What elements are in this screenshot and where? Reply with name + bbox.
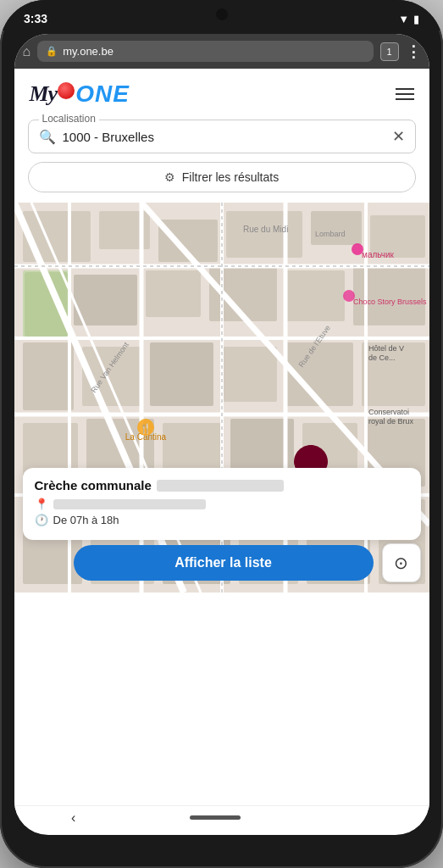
browser-tab-button[interactable]: 1: [380, 42, 399, 61]
browser-back-button[interactable]: ‹: [71, 810, 75, 826]
search-clear-button[interactable]: ✕: [392, 127, 405, 146]
logo-dot: [58, 82, 75, 99]
hamburger-line: [396, 98, 414, 100]
svg-text:Hôtel de V: Hôtel de V: [368, 344, 404, 353]
status-bar: 3:33 ▼ ▮: [0, 0, 443, 31]
logo-my-text: My: [30, 81, 58, 107]
info-card-address-blurred: [53, 499, 206, 509]
status-icons: ▼ ▮: [398, 13, 419, 25]
phone-screen: ⌂ 🔒 my.one.be 1 ⋮ My ONE: [14, 34, 429, 835]
filter-label: Filtrer les résultats: [182, 170, 279, 184]
search-icon: 🔍: [39, 129, 56, 145]
svg-rect-15: [150, 342, 213, 406]
svg-text:royal de Brux: royal de Brux: [368, 417, 414, 426]
info-card-title: Crèche communale: [35, 478, 409, 492]
svg-rect-5: [311, 211, 362, 245]
location-pin-icon: 📍: [35, 498, 48, 510]
tab-count: 1: [386, 47, 391, 57]
info-card-title-text: Crèche communale: [35, 478, 152, 492]
filter-section: ⚙ Filtrer les résultats: [14, 162, 429, 203]
svg-text:мальчик: мальчик: [362, 250, 395, 259]
info-card-hours-row: 🕐 De 07h à 18h: [35, 514, 409, 526]
hamburger-line: [396, 93, 414, 95]
search-section: Localisation 🔍 1000 - Bruxelles ✕: [14, 116, 429, 162]
svg-rect-1: [23, 211, 91, 262]
hamburger-line: [396, 88, 414, 90]
browser-home-button[interactable]: ⌂: [23, 44, 31, 59]
browser-more-button[interactable]: ⋮: [406, 42, 421, 61]
hamburger-menu-button[interactable]: [396, 88, 414, 100]
browser-chrome: ⌂ 🔒 my.one.be 1 ⋮: [14, 34, 429, 69]
map-bottom-controls: Afficher la liste ⊙: [23, 543, 421, 582]
svg-rect-8: [74, 275, 137, 326]
browser-url-text: my.one.be: [63, 45, 364, 58]
info-card-address-row: 📍: [35, 498, 409, 510]
status-time: 3:33: [24, 12, 47, 25]
svg-text:Rue du Midi: Rue du Midi: [243, 225, 288, 234]
info-card-hours-text: De 07h à 18h: [53, 514, 119, 526]
phone-bottom-nav: ‹: [14, 805, 429, 832]
battery-icon: ▮: [413, 13, 419, 25]
filter-button[interactable]: ⚙ Filtrer les résultats: [28, 162, 416, 192]
filter-icon: ⚙: [164, 170, 175, 184]
svg-rect-13: [23, 342, 74, 410]
camera-notch: [216, 8, 228, 20]
clock-icon: 🕐: [35, 514, 48, 526]
map-container[interactable]: Rue du Midi Rue Van Helmont Rue de l'Etu…: [14, 203, 429, 593]
wifi-icon: ▼: [398, 13, 409, 25]
home-indicator[interactable]: [190, 815, 241, 820]
svg-text:Choco Story Brussels: Choco Story Brussels: [353, 298, 427, 306]
svg-point-56: [352, 243, 363, 255]
svg-rect-12: [353, 266, 425, 326]
svg-text:Lombard: Lombard: [315, 230, 346, 238]
info-card-title-blurred: [157, 480, 284, 492]
app-logo: My ONE: [30, 81, 130, 108]
svg-rect-4: [226, 211, 302, 258]
svg-text:de Ce...: de Ce...: [368, 353, 396, 362]
show-list-button[interactable]: Afficher la liste: [74, 545, 374, 581]
app-content: My ONE Localisation 🔍 1000 - Bruxelles ✕: [14, 69, 429, 805]
lock-icon: 🔒: [46, 46, 58, 57]
search-label: Localisation: [39, 113, 99, 125]
svg-text:Conservatoi: Conservatoi: [368, 408, 409, 416]
phone-frame: 3:33 ▼ ▮ ⌂ 🔒 my.one.be 1 ⋮ My: [0, 0, 443, 868]
app-header: My ONE: [14, 69, 429, 116]
logo-one-text: ONE: [75, 81, 130, 108]
svg-rect-11: [285, 270, 345, 321]
info-card[interactable]: Crèche communale 📍 🕐 De 07h à 18h: [23, 468, 421, 540]
svg-rect-16: [222, 347, 277, 402]
svg-rect-9: [146, 270, 201, 317]
browser-url-bar[interactable]: 🔒 my.one.be: [37, 41, 373, 62]
search-input-value: 1000 - Bruxelles: [63, 130, 385, 144]
target-icon: ⊙: [394, 553, 408, 573]
search-box[interactable]: Localisation 🔍 1000 - Bruxelles ✕: [28, 120, 416, 153]
svg-text:🍴: 🍴: [140, 422, 152, 434]
svg-point-58: [343, 290, 355, 302]
my-location-button[interactable]: ⊙: [382, 543, 421, 582]
